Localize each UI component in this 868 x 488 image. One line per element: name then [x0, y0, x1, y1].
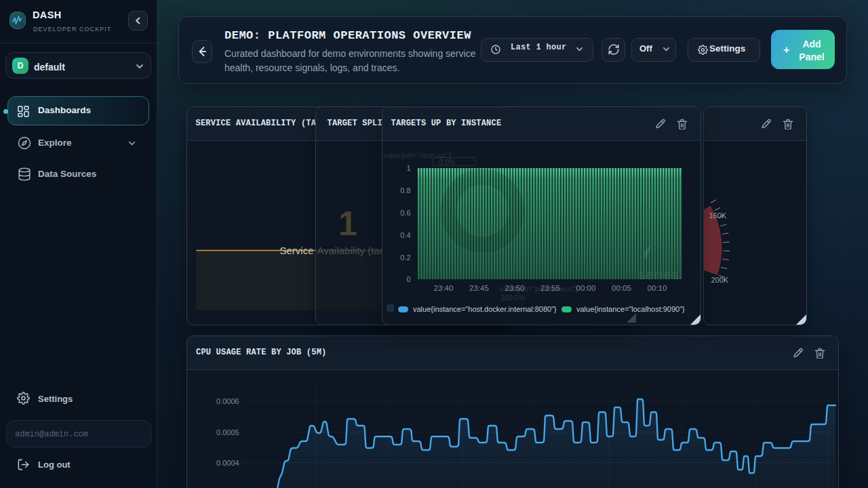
svg-text:160K: 160K — [709, 211, 726, 220]
svg-text:200K: 200K — [711, 276, 728, 284]
